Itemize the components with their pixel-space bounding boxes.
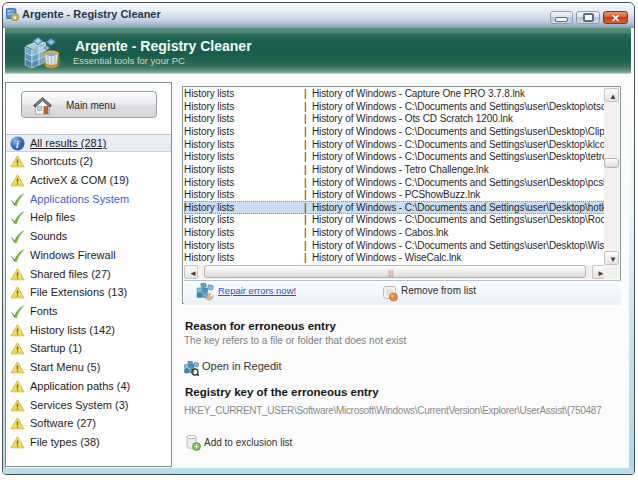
svg-text:i: i [16,139,19,150]
